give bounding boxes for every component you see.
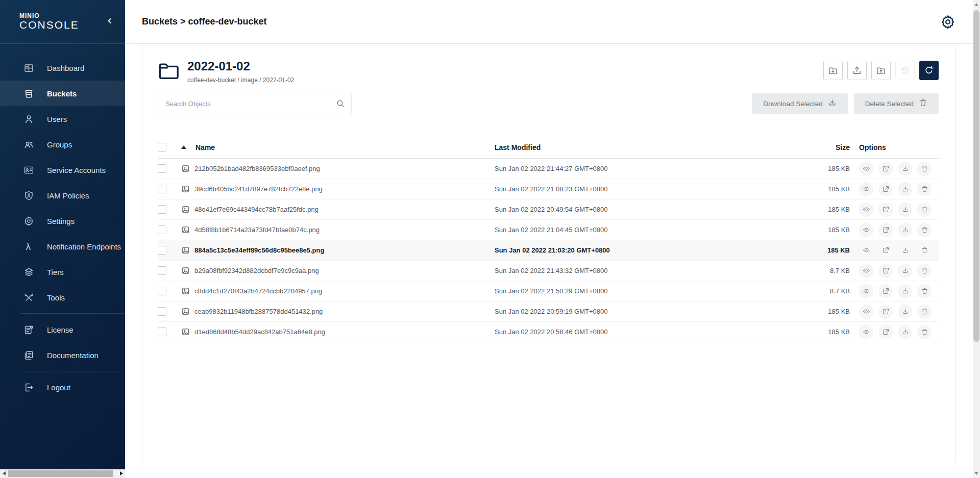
row-preview-button[interactable] — [859, 284, 873, 298]
column-header-last-modified[interactable]: Last Modified — [495, 143, 811, 152]
object-name[interactable]: 39cd6b405bc241d7897e782fcb722e8e.png — [194, 185, 323, 193]
scroll-down-arrow-icon[interactable] — [974, 472, 978, 475]
row-checkbox[interactable] — [158, 205, 166, 214]
row-download-button[interactable] — [898, 243, 912, 258]
row-download-button[interactable] — [898, 284, 912, 298]
sidebar-item-notification-endpoints[interactable]: λ Notification Endpoints — [0, 234, 125, 259]
object-name[interactable]: b29a08fbf92342d882dcbdf7e9c9c9aa.png — [194, 267, 319, 274]
scroll-right-arrow-icon[interactable] — [120, 471, 123, 475]
row-download-button[interactable] — [898, 305, 912, 319]
object-name[interactable]: 212b052b1bad482fb8369533ebf0aeef.png — [194, 165, 320, 172]
sidebar-item-tiers[interactable]: Tiers — [0, 259, 125, 285]
row-share-button[interactable] — [878, 284, 893, 298]
table-row[interactable]: d1ed868d48b54dd29ac842ab751a64e8.png Sun… — [158, 322, 939, 342]
column-header-size[interactable]: Size — [811, 143, 852, 152]
row-download-button[interactable] — [898, 182, 912, 196]
row-delete-button[interactable] — [917, 162, 932, 176]
add-folder-button[interactable] — [823, 61, 843, 80]
row-share-button[interactable] — [878, 182, 893, 196]
table-row[interactable]: 48e41ef7e69c443494cc78b7aaf25fdc.png Sun… — [158, 199, 939, 220]
sidebar-item-settings[interactable]: Settings — [0, 208, 125, 234]
sidebar-collapse-button[interactable] — [104, 16, 116, 28]
vertical-scroll-thumb[interactable] — [973, 10, 979, 342]
sidebar-item-dashboard[interactable]: Dashboard — [0, 55, 125, 81]
row-share-button[interactable] — [878, 325, 893, 339]
object-name[interactable]: 884a5c13c5e34eff89c56d8c95bee8e5.png — [194, 246, 324, 254]
row-preview-button[interactable] — [859, 223, 873, 237]
share-icon — [882, 185, 890, 193]
row-checkbox[interactable] — [158, 328, 166, 336]
row-delete-button[interactable] — [917, 284, 932, 298]
upload-file-button[interactable] — [847, 61, 867, 80]
row-checkbox[interactable] — [158, 185, 166, 193]
sidebar-item-tools[interactable]: Tools — [0, 285, 125, 310]
row-delete-button[interactable] — [917, 243, 932, 258]
row-preview-button[interactable] — [859, 325, 873, 339]
row-delete-button[interactable] — [917, 182, 932, 196]
object-name[interactable]: c8dd4c1d270f43a2b4724ccbb2204957.png — [194, 287, 322, 295]
table-row[interactable]: 39cd6b405bc241d7897e782fcb722e8e.png Sun… — [158, 179, 939, 199]
row-delete-button[interactable] — [917, 325, 932, 339]
row-checkbox[interactable] — [158, 266, 166, 275]
row-preview-button[interactable] — [859, 243, 873, 258]
row-checkbox[interactable] — [158, 287, 166, 295]
row-delete-button[interactable] — [917, 264, 932, 278]
row-preview-button[interactable] — [859, 264, 873, 278]
table-row[interactable]: 884a5c13c5e34eff89c56d8c95bee8e5.png Sun… — [158, 240, 939, 261]
row-share-button[interactable] — [878, 223, 893, 237]
object-name[interactable]: ceab9832b11948bfb2887578dd451432.png — [194, 308, 323, 315]
table-row[interactable]: ceab9832b11948bfb2887578dd451432.png Sun… — [158, 301, 939, 322]
sidebar-item-documentation[interactable]: Documentation — [0, 342, 125, 368]
table-row[interactable]: 212b052b1bad482fb8369533ebf0aeef.png Sun… — [158, 159, 939, 179]
row-download-button[interactable] — [898, 264, 912, 278]
page-title: 2022-01-02 — [187, 60, 294, 73]
row-delete-button[interactable] — [917, 203, 932, 217]
table-row[interactable]: c8dd4c1d270f43a2b4724ccbb2204957.png Sun… — [158, 281, 939, 301]
vertical-scrollbar[interactable] — [973, 0, 980, 478]
row-checkbox[interactable] — [158, 164, 166, 173]
row-share-button[interactable] — [878, 162, 893, 176]
sidebar-item-users[interactable]: Users — [0, 106, 125, 132]
sidebar-item-buckets[interactable]: Buckets — [0, 81, 125, 106]
row-delete-button[interactable] — [917, 223, 932, 237]
sidebar-item-logout[interactable]: Logout — [0, 374, 125, 400]
row-share-button[interactable] — [878, 203, 893, 217]
row-share-button[interactable] — [878, 305, 893, 319]
row-download-button[interactable] — [898, 162, 912, 176]
row-delete-button[interactable] — [917, 305, 932, 319]
gear-icon[interactable] — [940, 14, 955, 30]
delete-selected-button[interactable]: Delete Selected — [854, 93, 939, 114]
download-selected-button[interactable]: Download Selected — [752, 93, 847, 114]
search-input[interactable] — [165, 100, 336, 108]
sidebar-item-service-accounts[interactable]: Service Accounts — [0, 157, 125, 183]
row-download-button[interactable] — [898, 325, 912, 339]
sidebar-item-iam-policies[interactable]: IAM Policies — [0, 183, 125, 208]
horizontal-scrollbar[interactable] — [0, 469, 125, 478]
table-row[interactable]: 4d58f8b1b6714a23a73fd47bfae0b74c.png Sun… — [158, 220, 939, 240]
sidebar-item-license[interactable]: License — [0, 317, 125, 342]
column-header-name[interactable]: Name — [195, 143, 215, 152]
row-preview-button[interactable] — [859, 305, 873, 319]
sidebar-item-groups[interactable]: Groups — [0, 132, 125, 157]
table-row[interactable]: b29a08fbf92342d882dcbdf7e9c9c9aa.png Sun… — [158, 261, 939, 281]
row-checkbox[interactable] — [158, 225, 166, 234]
row-preview-button[interactable] — [859, 162, 873, 176]
sort-ascending-icon[interactable] — [181, 145, 186, 149]
row-preview-button[interactable] — [859, 203, 873, 217]
row-download-button[interactable] — [898, 223, 912, 237]
row-preview-button[interactable] — [859, 182, 873, 196]
row-share-button[interactable] — [878, 243, 893, 258]
scroll-up-arrow-icon[interactable] — [974, 3, 978, 6]
object-name[interactable]: 48e41ef7e69c443494cc78b7aaf25fdc.png — [194, 206, 318, 213]
horizontal-scroll-thumb[interactable] — [8, 470, 113, 477]
row-share-button[interactable] — [878, 264, 893, 278]
row-checkbox[interactable] — [158, 246, 166, 255]
row-checkbox[interactable] — [158, 307, 166, 316]
refresh-button[interactable] — [919, 61, 939, 80]
object-name[interactable]: 4d58f8b1b6714a23a73fd47bfae0b74c.png — [194, 226, 320, 234]
upload-folder-button[interactable] — [871, 61, 891, 80]
scroll-left-arrow-icon[interactable] — [3, 471, 6, 475]
select-all-checkbox[interactable] — [158, 143, 166, 152]
row-download-button[interactable] — [898, 203, 912, 217]
object-name[interactable]: d1ed868d48b54dd29ac842ab751a64e8.png — [194, 328, 325, 336]
